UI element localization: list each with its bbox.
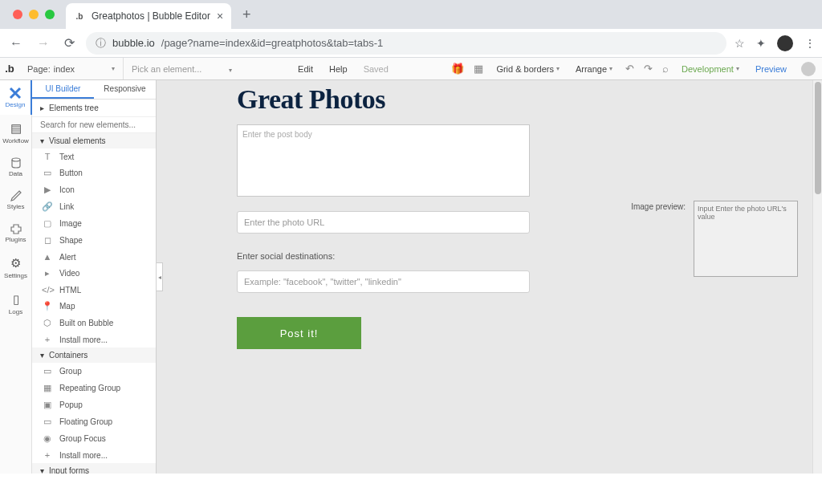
html-icon: </> [42,285,53,295]
development-menu[interactable]: Development▾ [673,58,747,79]
pick-element-dropdown[interactable]: Pick an element... ▾ [124,64,240,74]
search-icon[interactable]: ⌕ [657,63,673,75]
chrome-menu-icon[interactable]: ⋮ [804,37,816,50]
edit-menu[interactable]: Edit [290,58,321,79]
gift-icon[interactable]: 🎁 [446,63,469,75]
container-group-focus[interactable]: ◉Group Focus [32,430,156,447]
vertical-scrollbar[interactable] [812,80,822,474]
bookmark-icon[interactable]: ☆ [735,37,745,50]
page-selector[interactable]: Page: index ▾ [19,58,124,79]
element-html[interactable]: </>HTML [32,282,156,298]
section-containers[interactable]: ▾ Containers [32,348,156,363]
group-icon: ▭ [42,366,53,376]
element-search-input[interactable] [32,117,156,133]
tab-title: Greatphotos | Bubble Editor [92,10,210,22]
element-button[interactable]: ▭Button [32,165,156,181]
rail-settings[interactable]: ⚙ Settings [0,250,31,286]
rail-workflow[interactable]: ▤ Workflow [0,115,31,151]
image-icon: ▢ [42,218,53,229]
video-icon: ▸ [42,268,53,278]
element-shape[interactable]: ◻Shape [32,232,156,249]
element-built-on-bubble[interactable]: ⬡Built on Bubble [32,315,156,331]
plugins-icon [10,223,22,234]
data-icon [10,157,22,169]
rail-logs[interactable]: ▯ Logs [0,286,31,322]
new-tab-button[interactable]: + [236,6,258,23]
button-icon: ▭ [42,168,53,178]
preview-button[interactable]: Preview [747,58,795,79]
social-destinations-input[interactable]: Example: "facebook", "twitter", "linkedi… [237,270,530,293]
chevron-down-icon: ▾ [229,67,232,74]
element-link[interactable]: 🔗Link [32,198,156,215]
element-alert[interactable]: ▲Alert [32,249,156,265]
minimize-window-button[interactable] [29,10,39,19]
section-input-forms[interactable]: ▾ Input forms [32,463,156,474]
container-group[interactable]: ▭Group [32,363,156,380]
bubble-logo-icon[interactable]: .b [0,63,19,75]
post-button[interactable]: Post it! [237,317,361,349]
extensions-icon[interactable]: ✦ [756,37,766,50]
address-bar: ← → ⟳ ⓘ bubble.io/page?name=index&id=gre… [0,29,822,58]
forward-button[interactable]: → [34,33,53,54]
rail-data[interactable]: Data [0,151,31,184]
url-input[interactable]: ⓘ bubble.io/page?name=index&id=greatphot… [86,32,726,55]
styles-icon [10,190,22,201]
elements-panel: UI Builder Responsive ▸ Elements tree ▾ … [32,80,157,474]
group-focus-icon: ◉ [42,433,53,444]
user-avatar[interactable] [801,62,816,76]
design-icon [9,87,22,100]
popup-icon: ▣ [42,400,53,410]
section-visual-elements[interactable]: ▾ Visual elements [32,133,156,148]
image-preview-box[interactable]: Input Enter the photo URL's value [694,201,798,277]
container-popup[interactable]: ▣Popup [32,396,156,413]
post-body-textarea[interactable]: Enter the post body [237,124,530,197]
rail-design[interactable]: Design [0,80,32,115]
tab-responsive[interactable]: Responsive [94,80,156,99]
rail-plugins[interactable]: Plugins [0,217,31,250]
element-video[interactable]: ▸Video [32,265,156,282]
expanded-arrow-icon: ▾ [40,351,44,360]
back-button[interactable]: ← [6,33,26,54]
element-map[interactable]: 📍Map [32,298,156,315]
close-window-button[interactable] [13,10,22,19]
container-repeating-group[interactable]: ▦Repeating Group [32,380,156,396]
icon-icon: ▶ [42,185,53,195]
tab-close-icon[interactable]: × [217,10,223,22]
url-host: bubble.io [112,37,155,49]
elements-tree-toggle[interactable]: ▸ Elements tree [32,100,156,117]
element-icon[interactable]: ▶Icon [32,181,156,198]
grid-borders-menu[interactable]: Grid & borders▾ [488,58,568,79]
settings-icon: ⚙ [10,256,21,270]
photo-url-input[interactable]: Enter the photo URL [237,211,530,234]
browser-tab[interactable]: .b Greatphotos | Bubble Editor × [66,3,231,29]
reload-button[interactable]: ⟳ [61,32,78,54]
container-install-more-[interactable]: +Install more... [32,447,156,463]
editor-topbar: .b Page: index ▾ Pick an element... ▾ Ed… [0,58,822,80]
expanded-arrow-icon: ▾ [40,136,44,145]
panel-collapse-handle[interactable]: ◂ [157,262,163,291]
grid-icon[interactable]: ▦ [469,63,488,75]
rail-styles[interactable]: Styles [0,184,31,217]
svg-point-0 [12,158,20,161]
element-install-more-[interactable]: +Install more... [32,331,156,348]
link-icon: 🔗 [42,201,53,212]
site-info-icon[interactable]: ⓘ [96,36,106,51]
text-icon: T [42,152,53,161]
element-text[interactable]: TText [32,148,156,165]
arrange-menu[interactable]: Arrange▾ [568,58,621,79]
help-menu[interactable]: Help [321,58,356,79]
maximize-window-button[interactable] [45,10,55,19]
repeating-group-icon: ▦ [42,383,53,393]
element-image[interactable]: ▢Image [32,215,156,232]
page-title[interactable]: Great Photos [237,84,790,115]
container-floating-group[interactable]: ▭Floating Group [32,413,156,430]
redo-icon[interactable]: ↷ [639,63,657,75]
profile-avatar[interactable] [777,35,793,51]
left-rail: Design ▤ Workflow Data Styles Plugins ⚙ [0,80,32,474]
undo-icon[interactable]: ↶ [621,63,639,75]
tab-ui-builder[interactable]: UI Builder [32,80,94,99]
workflow-icon: ▤ [10,121,22,136]
expanded-arrow-icon: ▾ [40,466,44,474]
canvas[interactable]: ◂ Great Photos Enter the post body Enter… [157,80,822,474]
built-on-bubble-icon: ⬡ [42,318,53,328]
